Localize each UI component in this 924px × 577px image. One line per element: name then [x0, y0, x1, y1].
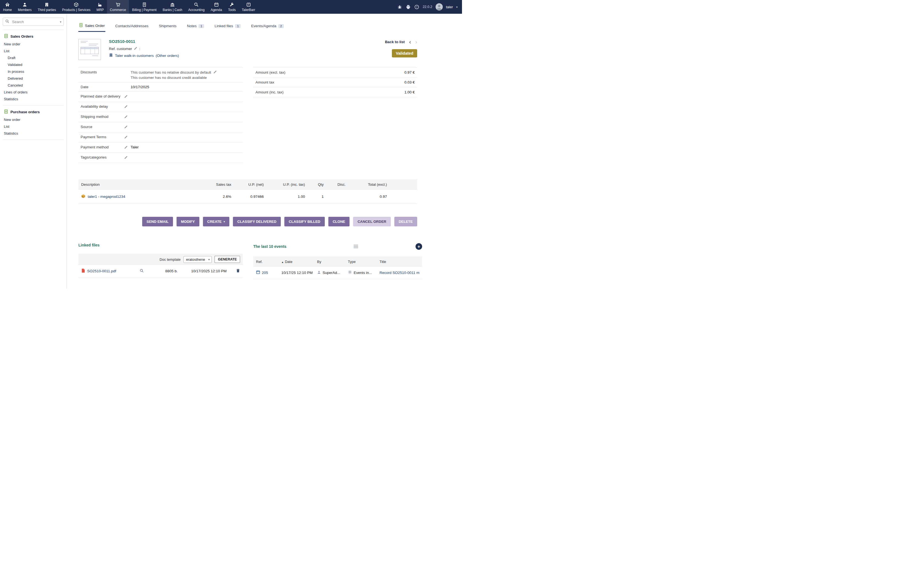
products-icon — [74, 2, 79, 7]
topnav-item-billing-payment[interactable]: Billing | Payment — [129, 0, 160, 14]
edit-pencil-icon[interactable] — [124, 95, 128, 99]
search-input[interactable] — [11, 19, 58, 24]
line-total: 0.97 — [349, 190, 390, 204]
tab-linked-files[interactable]: Linked files1 — [214, 21, 241, 32]
sidebar-item-lines-of-orders[interactable]: Lines of orders — [0, 89, 66, 96]
col-date[interactable]: ▲Date — [281, 259, 317, 264]
tab-shipments[interactable]: Shipments — [158, 21, 177, 32]
field-row-payment-terms: Payment Terms — [78, 132, 243, 143]
create-button[interactable]: CREATE▾ — [203, 217, 229, 226]
topnav-item-agenda[interactable]: Agenda — [208, 0, 225, 14]
event-title-link[interactable]: Record SO2510-0011 modifi... — [380, 271, 419, 275]
sidebar-item-po-new-order[interactable]: New order — [0, 116, 66, 123]
document-thumbnail[interactable] — [78, 39, 101, 60]
tab-contacts-addresses[interactable]: Contacts/Addresses — [115, 21, 149, 32]
topnav-label: Billing | Payment — [132, 8, 157, 12]
event-ref-link[interactable]: 205 — [262, 271, 268, 275]
preview-icon[interactable] — [140, 269, 144, 274]
action-buttons: SEND EMAIL MODIFY CREATE▾ CLASSIFY DELIV… — [78, 217, 417, 226]
chevron-left-icon[interactable]: ‹ — [409, 39, 411, 45]
discounts-line2: This customer has no discount credit ava… — [131, 76, 241, 80]
field-label: Availability delay — [81, 105, 124, 108]
customer-other-orders-link[interactable]: (Other orders) — [156, 53, 179, 58]
tab-label: Notes — [187, 24, 197, 28]
linked-files-title: Linked files — [78, 243, 243, 247]
sidebar-item-canceled[interactable]: Canceled — [0, 82, 66, 89]
col-type[interactable]: Type — [348, 259, 380, 264]
chevron-down-icon[interactable]: ▾ — [60, 20, 61, 23]
left-sidebar: ▾ Sales Orders New order List Draft Vali… — [0, 14, 67, 288]
tab-events-agenda[interactable]: Events/Agenda2 — [250, 21, 284, 32]
main-content: Sales Order Contacts/Addresses Shipments… — [67, 21, 422, 279]
print-icon[interactable] — [405, 5, 411, 10]
sidebar-item-po-list[interactable]: List — [0, 123, 66, 130]
chevron-down-icon: ▾ — [208, 258, 210, 261]
edit-pencil-icon[interactable] — [124, 136, 128, 140]
edit-pencil-icon[interactable] — [124, 156, 128, 160]
chevron-down-icon[interactable]: ▾ — [456, 5, 457, 8]
ref-customer-colon: : — [139, 47, 140, 51]
edit-pencil-icon[interactable] — [124, 105, 128, 110]
field-row-payment-method: Payment method Taler — [78, 143, 243, 153]
tab-sales-order[interactable]: Sales Order — [78, 21, 105, 32]
col-by[interactable]: By — [317, 259, 348, 264]
chevron-down-icon: ▾ — [224, 220, 225, 223]
help-icon[interactable]: ? — [414, 5, 419, 10]
line-up-inc: 1.00 — [267, 190, 308, 204]
topnav-label: MRP — [97, 8, 104, 12]
col-title[interactable]: Title — [380, 259, 419, 264]
modify-button[interactable]: MODIFY — [176, 217, 199, 226]
topnav-item-third-parties[interactable]: Third parties — [35, 0, 59, 14]
topnav-item-commerce[interactable]: Commerce — [107, 0, 129, 14]
sidebar-item-po-statistics[interactable]: Statistics — [0, 130, 66, 137]
edit-pencil-icon[interactable] — [124, 146, 128, 150]
delete-button[interactable]: DELETE — [394, 217, 417, 226]
sidebar-item-statistics[interactable]: Statistics — [0, 96, 66, 103]
sidebar-item-new-order[interactable]: New order — [0, 41, 66, 48]
user-avatar[interactable] — [436, 3, 443, 10]
send-email-button[interactable]: SEND EMAIL — [142, 217, 173, 226]
tab-label: Shipments — [159, 24, 176, 28]
sidebar-section-title: Sales Orders — [10, 34, 33, 39]
file-link[interactable]: SO2510-0011.pdf — [87, 269, 116, 273]
topnav-item-mrp[interactable]: MRP — [94, 0, 107, 14]
username-label[interactable]: taler — [446, 5, 453, 9]
edit-pencil-icon[interactable] — [134, 47, 137, 51]
back-to-list-link[interactable]: Back to list — [385, 40, 405, 44]
topnav-item-tools[interactable]: Tools — [225, 0, 239, 14]
file-date: 10/17/2025 12:10 PM — [180, 269, 226, 273]
tab-notes[interactable]: Notes1 — [186, 21, 205, 32]
sidebar-search[interactable]: ▾ — [3, 18, 64, 26]
add-event-button[interactable]: + — [415, 243, 422, 250]
topnav-item-accounting[interactable]: Accounting — [185, 0, 208, 14]
bug-icon[interactable] — [397, 5, 402, 10]
topnav-item-home[interactable]: Home — [0, 0, 15, 14]
customer-link[interactable]: Taler walk-in customers — [115, 53, 154, 58]
topnav-item-products-services[interactable]: Products | Services — [59, 0, 94, 14]
sidebar-item-in-process[interactable]: In process — [0, 68, 66, 75]
tab-badge: 1 — [235, 24, 241, 28]
menu-hamburger-icon[interactable] — [352, 243, 359, 250]
edit-pencil-icon[interactable] — [213, 70, 217, 75]
clone-button[interactable]: CLONE — [328, 217, 350, 226]
field-row-date: Date 10/17/2025 — [78, 82, 243, 92]
topnav-item-banks-cash[interactable]: Banks | Cash — [160, 0, 185, 14]
topnav-item-members[interactable]: Members — [15, 0, 35, 14]
sidebar-item-validated[interactable]: Validated — [0, 61, 66, 68]
generate-button[interactable]: GENERATE — [215, 256, 240, 263]
chevron-right-icon[interactable]: › — [415, 39, 417, 45]
classify-billed-button[interactable]: CLASSIFY BILLED — [284, 217, 325, 226]
topnav-item-talerbarr[interactable]: T TalerBarr — [239, 0, 258, 14]
product-link[interactable]: taler1 - megaprod1234 — [88, 195, 125, 199]
classify-delivered-button[interactable]: CLASSIFY DELIVERED — [233, 217, 281, 226]
members-icon — [22, 2, 27, 7]
sidebar-item-delivered[interactable]: Delivered — [0, 75, 66, 82]
sidebar-item-draft[interactable]: Draft — [0, 55, 66, 61]
doc-template-select[interactable]: eratosthene ▾ — [183, 256, 212, 263]
edit-pencil-icon[interactable] — [124, 115, 128, 119]
col-ref[interactable]: Ref. — [256, 259, 281, 264]
sidebar-item-list[interactable]: List — [0, 48, 66, 55]
edit-pencil-icon[interactable] — [124, 126, 128, 130]
trash-icon[interactable] — [236, 268, 240, 274]
cancel-order-button[interactable]: CANCEL ORDER — [353, 217, 391, 226]
